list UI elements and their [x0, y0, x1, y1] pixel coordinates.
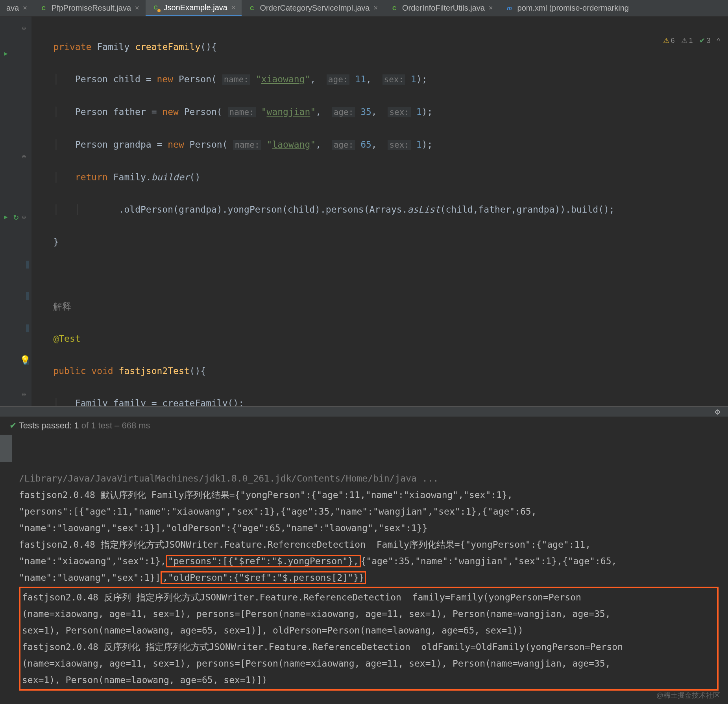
fold-icon[interactable]: ⊖: [22, 391, 26, 398]
tests-of: of 1 test –: [79, 421, 122, 430]
tab-label: JsonExample.java: [164, 3, 227, 12]
intention-bulb-icon[interactable]: 💡: [20, 355, 30, 365]
tab-label: PfpPromiseResult.java: [52, 4, 131, 13]
highlight-ref2: ,"oldPerson":{"$ref":"$.persons[2]"}}: [161, 571, 366, 584]
watermark: @稀土掘金技术社区: [656, 691, 720, 700]
warning-count[interactable]: ⚠1: [681, 36, 693, 45]
code-line: │ Person grandpa = new Person( name: "la…: [31, 137, 728, 153]
code-line: 解释: [31, 298, 728, 315]
code-line: @Test: [31, 331, 728, 347]
code-line: │ return Family.builder(): [31, 169, 728, 185]
fold-icon[interactable]: ⊖: [22, 24, 26, 32]
run-test-icon[interactable]: ▸: [3, 48, 9, 58]
close-icon[interactable]: ×: [489, 4, 493, 12]
class-icon: C: [40, 4, 48, 12]
run-test-icon[interactable]: ▸: [3, 211, 9, 222]
error-count[interactable]: ⚠6: [663, 36, 675, 45]
tab-label: OrderCategoryServiceImpl.java: [260, 4, 370, 13]
tab-ava[interactable]: ava×: [0, 0, 33, 16]
tab-jsonexample[interactable]: CJsonExample.java×: [146, 0, 242, 16]
class-icon: C: [248, 4, 256, 12]
code-line: public void fastjson2Test(){: [31, 363, 728, 379]
run-toolbar: ⚙: [0, 407, 728, 417]
code-line: }: [31, 234, 728, 250]
code-line: [31, 266, 728, 282]
chevron-up-icon[interactable]: ^: [717, 37, 720, 45]
close-icon[interactable]: ×: [231, 4, 236, 12]
tests-time: 668 ms: [122, 421, 150, 430]
code-line: │ Family family = createFamily();: [31, 395, 728, 406]
vcs-change-marker: [26, 324, 29, 332]
code-editor[interactable]: private Family createFamily(){ │ Person …: [31, 17, 728, 406]
command-line: /Library/Java/JavaVirtualMachines/jdk1.8…: [19, 473, 438, 484]
tab-label: pom.xml (promise-ordermarking: [517, 4, 629, 13]
fold-icon[interactable]: ⊖: [22, 153, 26, 160]
code-line: │ │ .oldPerson(grandpa).yongPerson(child…: [31, 202, 728, 218]
tab-label: ava: [6, 4, 19, 13]
rerun-icon[interactable]: ↻: [13, 211, 19, 222]
highlight-block: fastjson2.0.48 反序列 指定序列化方式JSONWriter.Fea…: [19, 587, 719, 691]
fold-icon[interactable]: ⊖: [22, 213, 26, 221]
class-icon: C: [152, 4, 160, 11]
maven-icon: m: [506, 4, 514, 12]
tab-orderinfo[interactable]: COrderInfoFilterUtils.java×: [384, 0, 499, 16]
gutter: ▸ ⊖ ⊖ ▸ ↻ ⊖ ⊖ 💡: [0, 17, 31, 406]
close-icon[interactable]: ×: [135, 4, 139, 12]
class-icon: C: [390, 4, 398, 12]
editor-tabs: ava× CPfpPromiseResult.java× CJsonExampl…: [0, 0, 728, 17]
tab-label: OrderInfoFilterUtils.java: [402, 4, 485, 13]
tests-status: ✔ Tests passed: 1 of 1 test – 668 ms: [0, 417, 728, 435]
tests-label: Tests passed:: [19, 421, 74, 430]
tests-count: 1: [74, 421, 79, 430]
vcs-change-marker: [26, 292, 29, 300]
code-line: private Family createFamily(){: [31, 39, 728, 55]
close-icon[interactable]: ×: [373, 4, 378, 12]
console-output[interactable]: /Library/Java/JavaVirtualMachines/jdk1.8…: [0, 435, 728, 704]
close-icon[interactable]: ×: [23, 4, 27, 12]
typo-count[interactable]: ✔3: [699, 36, 711, 45]
console-side-tab[interactable]: [0, 435, 12, 462]
check-icon: ✔: [9, 421, 17, 430]
code-line: │ Person father = new Person( name: "wan…: [31, 104, 728, 120]
code-line: │ Person child = new Person( name: "xiao…: [31, 71, 728, 88]
gear-icon[interactable]: ⚙: [715, 407, 720, 417]
tab-pfppromise[interactable]: CPfpPromiseResult.java×: [33, 0, 146, 16]
vcs-change-marker: [26, 261, 29, 269]
tab-ordercategory[interactable]: COrderCategoryServiceImpl.java×: [242, 0, 384, 16]
tab-pom[interactable]: mpom.xml (promise-ordermarking: [499, 0, 635, 16]
inspections-widget[interactable]: ⚠6 ⚠1 ✔3 ^: [663, 36, 721, 45]
console-line: fastjson2.0.48 默认序列化 Family序列化结果={"yongP…: [19, 490, 536, 533]
highlight-ref1: "persons":[{"$ref":"$.yongPerson"},: [166, 555, 361, 567]
run-tool-window: ⚙ ✔ Tests passed: 1 of 1 test – 668 ms /…: [0, 406, 728, 704]
editor-area: ▸ ⊖ ⊖ ▸ ↻ ⊖ ⊖ 💡 private Family createFam…: [0, 17, 728, 406]
